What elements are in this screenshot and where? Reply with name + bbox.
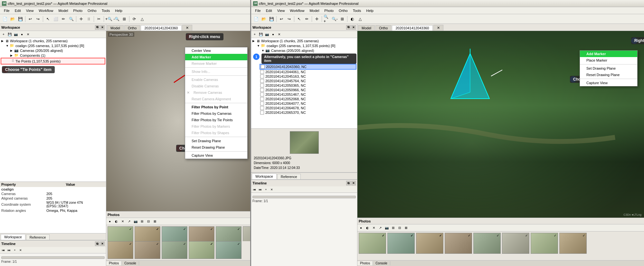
menu-edit-right[interactable]: Edit — [263, 8, 275, 13]
st-new-left[interactable]: + — [1, 32, 6, 37]
tree-chunk-right[interactable]: ▼ 📁 coalign (205 cameras, 1,107,535 poin… — [252, 43, 356, 48]
pt-btn6-right[interactable]: ⊞ — [390, 225, 396, 231]
pt-btn7-left[interactable]: ⊟ — [146, 219, 151, 224]
menu-photo-right[interactable]: Photo — [322, 8, 336, 13]
toolbar-lasso-right[interactable]: ✏ — [303, 15, 310, 23]
toolbar-zoomfit-right[interactable]: ⊞ — [339, 15, 346, 23]
tree-camera-5-right[interactable]: 20201041412050966, NC — [260, 88, 356, 92]
photo-thumb-5-right[interactable] — [473, 233, 501, 254]
pt-btn2-left[interactable]: ◐ — [113, 219, 119, 224]
ctx-filter-by-point-left[interactable]: Filter Photos by Point — [185, 104, 247, 110]
toolbar-save-left[interactable]: 💾 — [17, 15, 24, 23]
tl-btn1-right[interactable]: ⏮ — [252, 187, 257, 192]
photo-thumb-1-left[interactable]: 2021070314193145 — [108, 226, 133, 241]
menu-photo-left[interactable]: Photo — [71, 8, 85, 13]
photo-thumb-3-left[interactable]: 2021070... — [162, 226, 187, 241]
ctx-center-view-left[interactable]: Center View — [185, 47, 247, 54]
toolbar-select-right[interactable]: ↖ — [296, 15, 303, 23]
st-cam-left[interactable]: 📷 — [13, 32, 19, 37]
tree-camera-1-right[interactable]: 20201041412044061, NC — [260, 70, 356, 74]
tab-workspace-left[interactable]: Workspace — [1, 234, 25, 240]
toolbar-redo-left[interactable]: ↪ — [34, 15, 42, 23]
tab-ortho-left[interactable]: Ortho — [124, 25, 140, 31]
ctx-set-plane-right[interactable]: Set Drawing Plane — [580, 65, 637, 72]
toolbar-open-right[interactable]: 📂 — [260, 15, 267, 23]
menu-workflow-right[interactable]: Workflow — [287, 8, 307, 13]
menu-model-right[interactable]: Model — [307, 8, 322, 13]
tree-camera-9-right[interactable]: 20201041412064678, NC — [260, 106, 356, 110]
pt-btn6-left[interactable]: ⊞ — [139, 219, 145, 224]
toolbar-zoomin-left[interactable]: +🔍 — [105, 15, 112, 23]
toolbar-shapes-left[interactable]: △ — [138, 15, 146, 23]
tab-close-right[interactable]: ✕ — [433, 25, 443, 31]
timeline-float-right[interactable]: ⧉ — [346, 181, 351, 185]
sidebar-float-left[interactable]: ⧉ — [95, 25, 99, 30]
toolbar-zoomin-right[interactable]: 🔍+ — [323, 15, 330, 23]
menu-view-left[interactable]: View — [24, 8, 36, 13]
st-new-right[interactable]: + — [252, 32, 258, 37]
sidebar-float-right[interactable]: ⧉ — [346, 25, 351, 30]
menu-file-right[interactable]: File — [252, 8, 263, 13]
photo-thumb-2-left[interactable]: ✓ 2021070314192844 — [135, 226, 160, 241]
photo-thumb-1-right[interactable]: ✓ — [359, 233, 386, 254]
menu-help-right[interactable]: Help — [364, 8, 376, 13]
st-save-right[interactable]: 💾 — [258, 32, 264, 37]
photo-thumb-4-left[interactable] — [189, 226, 214, 241]
photo-thumb-7-right[interactable] — [531, 233, 558, 254]
pt-btn4-right[interactable]: ↗ — [377, 225, 383, 231]
tl-btn2-left[interactable]: ⏭ — [6, 248, 12, 253]
ctx-set-plane-left[interactable]: Set Drawing Plane — [185, 138, 247, 144]
timeline-close-right[interactable]: ✕ — [351, 181, 356, 185]
tab-workspace-right[interactable]: Workspace — [252, 173, 277, 179]
photo-thumb-5-left[interactable] — [216, 226, 242, 241]
menu-view-right[interactable]: View — [275, 8, 288, 13]
viewport-3d-left[interactable]: Perspective 30 2 — [106, 31, 250, 211]
toolbar-save-right[interactable]: 💾 — [268, 15, 275, 23]
tree-cameras-left[interactable]: ▶ 📷 Cameras (205/205 aligned) — [1, 48, 105, 53]
sidebar-close-right[interactable]: ✕ — [351, 25, 356, 30]
photo-thumb-r2-3-left[interactable] — [162, 241, 187, 259]
tree-camera-3-right[interactable]: 20201041412045764, NC — [260, 79, 356, 83]
timeline-close-left[interactable]: ✕ — [100, 241, 105, 246]
photo-thumb-r2-1-left[interactable] — [108, 241, 133, 259]
tl-btn4-left[interactable]: ✕ — [18, 248, 23, 253]
tab-model-right[interactable]: Model — [358, 25, 375, 31]
tree-chunk-left[interactable]: ▼ 📁 coalign (205 cameras, 1,107,535 poin… — [1, 43, 105, 48]
tree-camera-7-right[interactable]: 20201041412052068, NC — [260, 97, 356, 101]
console-tab-photos-left[interactable]: Photos — [106, 261, 122, 265]
pt-btn1-left[interactable]: ● — [107, 219, 113, 224]
ctx-capture-view-left[interactable]: Capture View — [185, 152, 247, 159]
toolbar-shapes-right[interactable]: △ — [356, 15, 364, 23]
menu-ortho-right[interactable]: Ortho — [336, 8, 350, 13]
ctx-filter-by-tiepoints-left[interactable]: Filter Photos by Tie Points — [185, 117, 247, 123]
toolbar-rotate-left[interactable]: ⟳ — [131, 15, 138, 23]
photo-thumb-8-right[interactable] — [559, 233, 587, 254]
toolbar-lasso-left[interactable]: ✏ — [60, 15, 67, 23]
toolbar-fit-left[interactable]: ⊞ — [121, 15, 128, 23]
toolbar-zoomout-right[interactable]: 🔍- — [331, 15, 338, 23]
toolbar-circle-right[interactable]: ◐ — [349, 15, 356, 23]
toolbar-redo-right[interactable]: ↪ — [286, 15, 293, 23]
timeline-slider-left[interactable] — [1, 256, 105, 259]
photo-thumb-6-left[interactable] — [243, 226, 250, 241]
camera-thumb-small-right[interactable] — [290, 131, 319, 154]
st-x-left[interactable]: ✕ — [25, 32, 31, 37]
menu-ortho-left[interactable]: Ortho — [85, 8, 99, 13]
toolbar-new-right[interactable]: 📄 — [252, 15, 260, 23]
viewport-aerial-right[interactable]: 2 Right-click menu Add Marker Place Mark… — [357, 31, 644, 218]
photo-thumb-3-right[interactable]: ✓ — [416, 233, 443, 254]
st-dot-right[interactable]: ● — [270, 32, 276, 37]
st-x-right[interactable]: ✕ — [276, 32, 282, 37]
tree-root-right[interactable]: ▶ 🖥 Workspace (1 chunks, 205 cameras) — [252, 39, 356, 43]
tl-btn2-right[interactable]: ⏭ — [258, 187, 263, 192]
tab-reference-left[interactable]: Reference — [26, 234, 50, 240]
toolbar-zoomout-left[interactable]: -🔍 — [113, 15, 120, 23]
menu-help-left[interactable]: Help — [112, 8, 125, 13]
photo-thumb-r2-5-left[interactable] — [216, 241, 242, 259]
st-dot-left[interactable]: ● — [19, 32, 25, 37]
tab-close-left[interactable]: ✕ — [182, 25, 192, 31]
photo-thumb-r2-2-left[interactable] — [135, 241, 160, 259]
menu-tools-left[interactable]: Tools — [99, 8, 113, 13]
toolbar-rect-left[interactable]: ⬜ — [52, 15, 59, 23]
tab-photo-left[interactable]: 20201041412043360 — [141, 25, 181, 31]
